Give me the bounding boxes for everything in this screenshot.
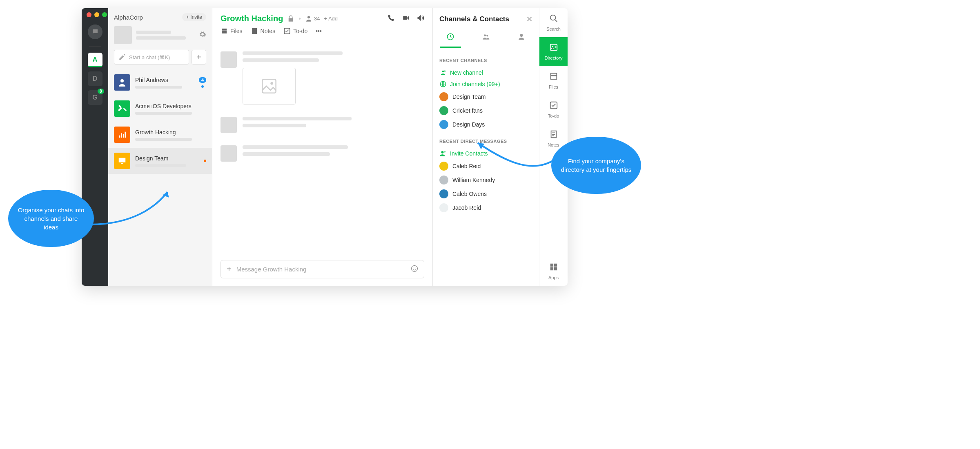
tab-todo[interactable]: To-do [283,27,307,35]
svg-rect-20 [550,267,553,270]
add-member-button[interactable]: + Add [324,16,338,22]
start-chat-input[interactable]: Start a chat (⌘K) [114,50,189,64]
member-count[interactable]: 34 [305,15,320,22]
avatar [114,74,130,91]
svg-point-4 [270,82,273,85]
new-chat-button[interactable]: + [192,50,206,64]
contact-item[interactable]: Jacob Reid [439,201,532,215]
callout-text: Find your company's directory at your fi… [559,157,633,174]
tool-search[interactable]: Search [539,8,568,37]
svg-rect-21 [554,267,557,270]
avatar [114,100,130,117]
chat-bubble-icon [91,28,99,36]
call-button[interactable] [388,14,395,23]
emoji-button[interactable] [411,265,418,274]
callout-directory: Find your company's directory at your fi… [551,137,641,194]
tool-files[interactable]: Files [539,66,568,95]
title-row: Growth Hacking • 34 + Add [220,14,424,23]
message-composer[interactable]: + Message Growth Hacking [220,260,424,278]
member-count-value: 34 [314,16,320,22]
lock-icon [287,15,294,22]
channel-title[interactable]: Growth Hacking [220,14,283,23]
globe-icon [439,80,447,88]
close-window-button[interactable] [87,12,91,17]
workspace-item-g[interactable]: G 8 [88,90,102,105]
invite-contacts-link[interactable]: Invite Contacts [439,148,532,159]
tool-todo[interactable]: To-do [539,95,568,124]
start-chat-placeholder: Start a chat (⌘K) [129,54,170,60]
tab-label: Files [230,28,243,34]
contact-item[interactable]: Caleb Owens [439,187,532,201]
link-label: Join channels (99+) [450,81,500,87]
person-icon [117,78,127,87]
org-name: AlphaCorp [114,14,143,21]
person-icon [305,15,312,22]
svg-rect-3 [262,79,276,93]
main-chat: Growth Hacking • 34 + Add [212,8,433,286]
tool-label: To-do [548,113,559,118]
channel-item[interactable]: Cricket fans [439,104,532,118]
panel-tab-recent[interactable] [440,29,461,48]
panel-tabs [433,28,539,48]
person-icon [517,33,526,41]
callout-text: Organise your chats into channels and sh… [16,206,86,231]
contact-item[interactable]: Caleb Reid [439,159,532,173]
more-button[interactable]: ••• [316,27,322,35]
header-actions [388,14,424,23]
join-channels-link[interactable]: Join channels (99+) [439,78,532,90]
new-channel-link[interactable]: New channel [439,67,532,78]
contact-name: Jacob Reid [452,204,481,211]
avatar [220,145,237,162]
svg-point-6 [413,267,414,268]
contact-avatar [439,203,448,212]
chat-name: Acme iOS Developers [135,103,206,109]
workspace-item-d[interactable]: D [88,71,102,86]
workspace-item-a[interactable]: A [88,53,102,67]
svg-point-0 [120,79,124,82]
workspace-label: G [92,94,97,101]
maximize-window-button[interactable] [102,12,107,17]
window-controls [87,12,107,17]
chat-name: Design Team [135,155,199,162]
avatar [114,153,130,169]
chat-list: Phil Andrews 4 Acme iOS Developers [108,69,212,286]
contact-name: Caleb Reid [452,163,481,169]
chat-item-growth[interactable]: Growth Hacking [108,122,212,148]
close-panel-button[interactable]: ✕ [526,15,532,24]
contact-item[interactable]: William Kennedy [439,173,532,187]
tab-notes[interactable]: Notes [251,27,276,35]
main-tabs: Files Notes To-do ••• [220,27,424,35]
app-window: A D G 8 AlphaCorp + Invite Start a chat … [82,8,568,286]
tool-apps[interactable]: Apps [539,257,568,286]
avatar [220,117,237,133]
video-button[interactable] [402,14,410,23]
chat-item-phil[interactable]: Phil Andrews 4 [108,69,212,96]
start-chat-row: Start a chat (⌘K) + [108,50,212,69]
tool-label: Apps [548,275,559,280]
apps-icon [549,262,558,273]
chat-item-acme[interactable]: Acme iOS Developers [108,96,212,122]
channel-item[interactable]: Design Days [439,118,532,131]
panel-tab-groups[interactable] [475,29,497,48]
svg-point-16 [552,46,553,47]
channel-name: Design Team [452,93,486,100]
chat-item-design[interactable]: Design Team [108,148,212,174]
settings-button[interactable] [199,31,206,40]
smile-icon [411,265,418,272]
main-header: Growth Hacking • 34 + Add [212,8,432,39]
profile-avatar[interactable] [114,26,132,44]
channels-panel: Channels & Contacts ✕ RECENT CHANNELS Ne… [433,8,539,286]
avatar [220,51,237,68]
rail-divider [89,47,101,47]
add-group-icon [439,69,447,76]
tool-directory[interactable]: Directory [539,37,568,66]
channel-item[interactable]: Design Team [439,90,532,104]
tab-files[interactable]: Files [220,27,243,35]
attach-button[interactable]: + [227,265,232,274]
panel-tab-person[interactable] [511,29,532,48]
invite-button[interactable]: + Invite [182,13,206,21]
app-logo-icon[interactable] [88,24,102,39]
minimize-window-button[interactable] [94,12,99,17]
volume-button[interactable] [417,14,424,23]
unread-badge: 4 [199,77,206,83]
